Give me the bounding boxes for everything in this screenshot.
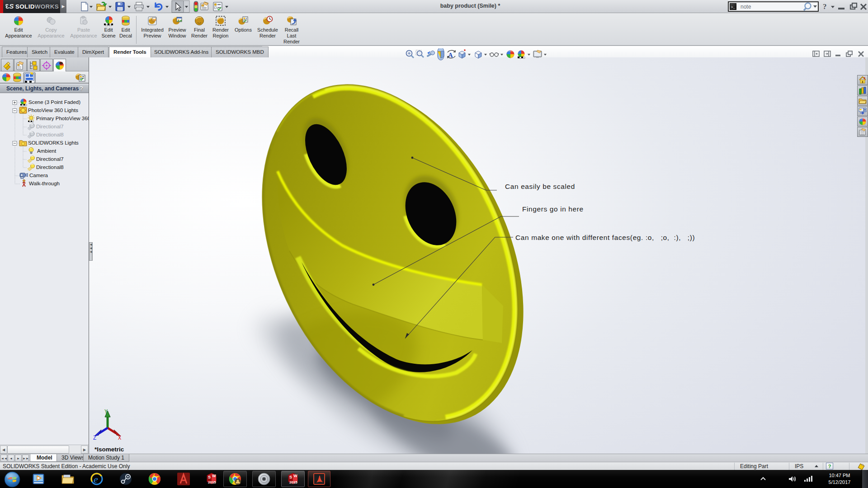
svg-text:Can easily be scaled: Can easily be scaled [505, 183, 575, 190]
svg-text:Can make one with different fa: Can make one with different faces(eg. :o… [515, 234, 695, 241]
svg-text:X: X [118, 435, 121, 441]
svg-text:Primary PhotoView 360 Li: Primary PhotoView 360 Li [36, 116, 89, 121]
svg-text:?: ? [823, 2, 827, 11]
svg-text:Directional7: Directional7 [36, 156, 64, 162]
svg-text:Camera: Camera [29, 173, 48, 178]
svg-text:Walk-through: Walk-through [29, 181, 60, 186]
svg-text:Y: Y [104, 409, 108, 415]
svg-text:*Isometric: *Isometric [94, 446, 124, 453]
svg-text:Directional8: Directional8 [36, 164, 64, 170]
svg-text:Fingers go in here: Fingers go in here [522, 205, 584, 213]
svg-text:SOLIDWORKS Lights: SOLIDWORKS Lights [28, 140, 79, 145]
svg-text:Directional8: Directional8 [36, 132, 64, 137]
svg-text:Directional7: Directional7 [36, 124, 64, 129]
svg-text:Scene (3 Point Faded): Scene (3 Point Faded) [28, 99, 80, 105]
svg-text:Z: Z [93, 435, 96, 441]
svg-text:PhotoView 360 Lights: PhotoView 360 Lights [28, 108, 78, 113]
svg-text:Ambient: Ambient [37, 148, 57, 154]
